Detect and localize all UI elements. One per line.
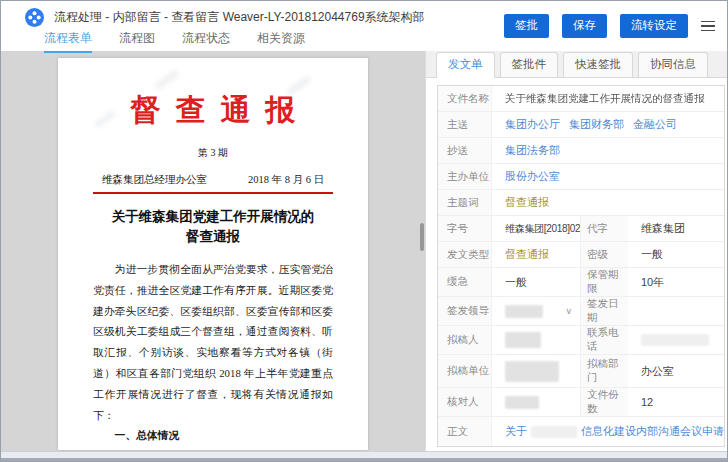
field-label: 签发领导 <box>438 297 492 325</box>
tab-quick-approval[interactable]: 快速签批 <box>563 52 633 77</box>
tab-flow-chart[interactable]: 流程图 <box>119 30 155 53</box>
org-link[interactable]: 集团法务部 <box>505 143 560 158</box>
field-label: 代字 <box>580 216 628 241</box>
issue-date: 2018 年 8 月 6 日 <box>248 173 324 187</box>
document-preview-pane: 督查通报 第 3 期 维森集团总经理办公室 2018 年 8 月 6 日 关于维… <box>1 51 425 453</box>
hamburger-menu-icon[interactable] <box>701 19 715 34</box>
body-doc-link-prefix[interactable]: 关于 <box>505 424 527 439</box>
tab-flow-status[interactable]: 流程状态 <box>182 30 230 53</box>
subject-word-value: 督查通报 <box>505 195 549 210</box>
row-body-doc: 正文 关于 信息化建设内部沟通会议申请 <box>438 417 724 446</box>
dispatch-form-card: 文件名称 关于维森集团党建工作开展情况的督查通报 主送 集团办公厅 集团财务部 … <box>437 85 725 447</box>
row-doc-type: 发文类型 督查通报 密级 一般 <box>438 242 724 268</box>
org-link[interactable]: 集团办公厅 <box>505 117 560 132</box>
doc-paragraph: 为进一步贯彻全面从严治党要求，压实管党治党责任，推进全区党建工作有序开展。近期区… <box>93 259 333 425</box>
row-sign-leader: 签发领导 ∨ 签发日期 <box>438 297 724 326</box>
row-copy-send: 抄送 集团法务部 <box>438 138 724 164</box>
document-title: 关于维森集团党建工作开展情况的 督查通报 <box>93 207 333 247</box>
tab-dispatch-form[interactable]: 发文单 <box>436 52 495 78</box>
row-drafter: 拟稿人 联系电话 <box>438 326 724 355</box>
app-window: 流程处理 - 内部留言 - 查看留言 Weaver-LY-20181204476… <box>0 0 728 462</box>
field-label: 联系电话 <box>580 326 628 354</box>
field-label: 主送 <box>438 112 492 137</box>
field-label: 核对人 <box>438 388 492 416</box>
tab-related-res[interactable]: 相关资源 <box>257 30 305 53</box>
workflow-nav-tabs: 流程表单 流程图 流程状态 相关资源 <box>44 30 305 53</box>
field-label: 文件份数 <box>580 388 628 416</box>
redacted-phone <box>641 334 709 346</box>
row-main-send: 主送 集团办公厅 集团财务部 金融公司 <box>438 112 724 138</box>
field-label: 缓急 <box>438 268 492 296</box>
org-link[interactable]: 金融公司 <box>633 117 677 132</box>
watermark-mark <box>154 69 179 90</box>
secrecy-value: 一般 <box>641 247 663 262</box>
field-label: 保管期限 <box>580 268 628 296</box>
field-label: 文件名称 <box>438 86 492 111</box>
redacted-draft-unit <box>505 361 559 382</box>
file-name-value: 关于维森集团党建工作开展情况的督查通报 <box>505 92 705 106</box>
redacted-doc-middle <box>531 426 577 438</box>
row-urgency: 缓急 一般 保管期限 10年 <box>438 268 724 297</box>
tab-flow-form[interactable]: 流程表单 <box>44 30 92 53</box>
tab-collab-info[interactable]: 协同信息 <box>638 52 708 77</box>
field-label: 拟稿单位 <box>438 355 492 387</box>
sign-approve-button[interactable]: 签批 <box>504 14 549 38</box>
form-tab-strip: 发文单 签批件 快速签批 协同信息 <box>426 51 728 78</box>
field-label: 主题词 <box>438 190 492 215</box>
row-checker: 核对人 文件份数 12 <box>438 388 724 417</box>
field-label: 签发日期 <box>580 297 628 325</box>
field-label: 密级 <box>580 242 628 267</box>
field-label: 拟稿部门 <box>580 355 628 387</box>
document-body: 为进一步贯彻全面从严治党要求，压实管党治党责任，推进全区党建工作有序开展。近期区… <box>93 259 333 450</box>
doc-paragraph: 从督查情况来看，全区各级党组织能够深入学习贯彻十九大精神，坚持以习近平新时代中国… <box>93 446 333 450</box>
document-page: 督查通报 第 3 期 维森集团总经理办公室 2018 年 8 月 6 日 关于维… <box>58 58 368 450</box>
org-link[interactable]: 集团财务部 <box>569 117 624 132</box>
row-draft-unit: 拟稿单位 拟稿部门 办公室 <box>438 355 724 388</box>
save-button[interactable]: 保存 <box>562 14 607 38</box>
chevron-down-icon[interactable]: ∨ <box>565 306 572 316</box>
field-label: 正文 <box>438 417 492 446</box>
copies-value: 12 <box>641 396 653 408</box>
redacted-checker <box>505 396 539 409</box>
urgency-value: 一般 <box>505 275 527 290</box>
dai-zi-value: 维森集团 <box>641 221 685 236</box>
vertical-scrollbar-thumb[interactable] <box>420 223 424 251</box>
page-title: 流程处理 - 内部留言 - 查看留言 Weaver-LY-20181204476… <box>54 9 425 26</box>
doc-section-heading: 一、总体情况 <box>93 425 333 446</box>
draft-dept-value: 办公室 <box>641 364 674 379</box>
field-label: 抄送 <box>438 138 492 163</box>
header: 流程处理 - 内部留言 - 查看留言 Weaver-LY-20181204476… <box>1 1 727 51</box>
gazette-issue: 第 3 期 <box>93 146 333 160</box>
red-divider <box>93 192 333 194</box>
body-doc-link-suffix[interactable]: 信息化建设内部沟通会议申请 <box>581 424 724 439</box>
issuing-office: 维森集团总经理办公室 <box>102 173 207 187</box>
row-file-name: 文件名称 关于维森集团党建工作开展情况的督查通报 <box>438 86 724 112</box>
redacted-drafter <box>505 332 541 348</box>
gazette-masthead: 督查通报 <box>93 90 333 131</box>
form-pane: 发文单 签批件 快速签批 协同信息 文件名称 关于维森集团党建工作开展情况的督查… <box>425 51 728 453</box>
field-label: 字号 <box>438 216 492 241</box>
retention-value: 10年 <box>641 275 664 290</box>
row-host-unit: 主办单位 股份办公室 <box>438 164 724 190</box>
field-label: 拟稿人 <box>438 326 492 354</box>
doc-type-value: 督查通报 <box>505 247 549 262</box>
field-label: 发文类型 <box>438 242 492 267</box>
redacted-sign-leader <box>505 305 543 318</box>
org-link[interactable]: 股份办公室 <box>505 169 560 184</box>
flow-settings-button[interactable]: 流转设定 <box>620 14 688 38</box>
row-subject-word: 主题词 督查通报 <box>438 190 724 216</box>
weaver-pinwheel-logo <box>25 8 44 27</box>
tab-approval-item[interactable]: 签批件 <box>500 52 559 77</box>
field-label: 主办单位 <box>438 164 492 189</box>
row-doc-number: 字号 维森集团[2018]023号 代字 维森集团 <box>438 216 724 242</box>
bottom-scroll-strip[interactable] <box>1 451 727 461</box>
